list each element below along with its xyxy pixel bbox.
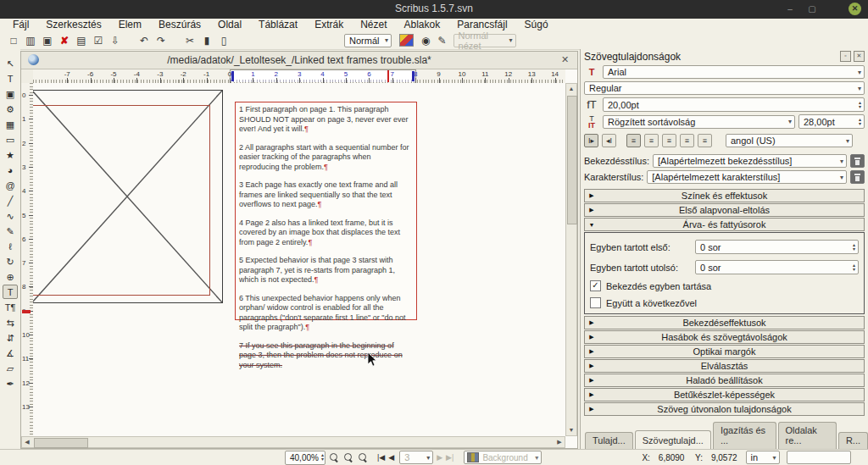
close-document-icon[interactable]: ✘ bbox=[56, 33, 73, 48]
current-page-select[interactable]: 3 bbox=[399, 451, 433, 464]
paragraph[interactable]: 6 This unexpected behavior happens only … bbox=[239, 294, 413, 333]
scroll-up-icon[interactable]: ▲ bbox=[566, 84, 576, 94]
menu-item[interactable]: Szerkesztés bbox=[38, 19, 108, 31]
selected-text-frame[interactable]: 1 First paragraph on page 1. This paragr… bbox=[235, 102, 417, 320]
tool-insert-render-frame[interactable]: ⚙ bbox=[3, 102, 18, 116]
paste-icon[interactable]: ▯ bbox=[215, 33, 232, 48]
tool-story-editor[interactable]: T¶ bbox=[3, 300, 18, 314]
page-canvas[interactable]: 1 First paragraph on page 1. This paragr… bbox=[33, 83, 565, 436]
tool-insert-text-frame[interactable]: T bbox=[3, 71, 18, 86]
tool-eye-dropper[interactable]: ✒ bbox=[3, 376, 18, 390]
tool-insert-polygon[interactable]: ★ bbox=[3, 147, 18, 162]
previous-page-icon[interactable]: ◀ bbox=[388, 453, 394, 462]
tool-insert-line[interactable]: ╱ bbox=[3, 193, 18, 208]
close-window-icon[interactable]: ✕ bbox=[849, 3, 861, 15]
keep-together-checkbox[interactable] bbox=[590, 280, 601, 291]
zoom-level-input[interactable]: 40,00% bbox=[285, 451, 326, 465]
font-family-select[interactable]: Arial bbox=[603, 65, 865, 79]
section-header[interactable]: Elválasztás bbox=[584, 359, 865, 373]
section-header[interactable]: Betűkészlet-képességek bbox=[584, 388, 865, 401]
paragraph[interactable]: 7 If you see this paragraph in the begin… bbox=[239, 341, 413, 371]
section-header[interactable]: Szöveg útvonalon tulajdonságok bbox=[584, 402, 865, 416]
scroll-down-icon[interactable]: ▼ bbox=[566, 425, 576, 435]
document-close-icon[interactable]: ✕ bbox=[559, 54, 570, 65]
tool-zoom[interactable]: ⊕ bbox=[3, 269, 18, 284]
tool-insert-table[interactable]: ▦ bbox=[3, 117, 18, 131]
panel-close-icon[interactable]: ✕ bbox=[854, 51, 865, 62]
character-style-select[interactable]: [Alapértelmezett karakterstílus] bbox=[647, 170, 847, 184]
section-header-orphans[interactable]: Árva- és fattyúsorok bbox=[584, 218, 865, 231]
menu-item[interactable]: Elem bbox=[111, 19, 149, 31]
menu-item[interactable]: Beszúrás bbox=[151, 19, 209, 31]
maximize-icon[interactable]: ▢ bbox=[805, 3, 819, 16]
preview-mode-eye-icon[interactable]: ◉ bbox=[421, 35, 430, 47]
next-page-icon[interactable]: ▶ bbox=[437, 453, 442, 462]
paragraph[interactable]: 5 Expected behavior is that page 3 stars… bbox=[239, 256, 413, 285]
ruler-origin-box[interactable] bbox=[21, 69, 34, 84]
vertical-ruler[interactable]: 012345678910111213 bbox=[21, 83, 34, 436]
document-layout-select[interactable]: Normál bbox=[344, 34, 392, 47]
tool-edit-contents[interactable]: T bbox=[3, 285, 18, 299]
section-header[interactable]: Első alapvonal-eltolás bbox=[584, 203, 865, 217]
line-spacing-mode-select[interactable]: Rögzített sortávolság bbox=[603, 115, 795, 129]
font-size-input[interactable]: 20,00pt bbox=[603, 97, 865, 112]
tool-insert-arc[interactable]: ◕ bbox=[3, 163, 18, 177]
tool-link-text-frames[interactable]: ⇆ bbox=[3, 315, 18, 329]
save-document-icon[interactable]: ▣ bbox=[39, 33, 56, 48]
keep-first-lines-input[interactable]: 0 sor bbox=[695, 240, 859, 254]
section-header[interactable]: Haladó beállítások bbox=[584, 374, 865, 387]
menu-item[interactable]: Ablakok bbox=[397, 19, 448, 31]
menu-item[interactable]: Táblázat bbox=[251, 19, 305, 31]
tool-insert-spiral[interactable]: @ bbox=[3, 178, 18, 192]
tool-insert-image-frame[interactable]: ▣ bbox=[3, 86, 18, 101]
menu-item[interactable]: Fájl bbox=[5, 19, 36, 31]
direction-rtl-button[interactable]: ◂I bbox=[602, 134, 616, 147]
font-style-select[interactable]: Regular bbox=[584, 81, 865, 95]
color-management-icon[interactable] bbox=[399, 34, 414, 47]
panel-tab[interactable]: R... bbox=[838, 432, 868, 449]
tool-copy-item-properties[interactable]: ▱ bbox=[3, 361, 18, 375]
language-select[interactable]: angol (US) bbox=[726, 134, 853, 147]
scroll-right-icon[interactable]: ▶ bbox=[554, 437, 565, 447]
tool-insert-shape[interactable]: ▭ bbox=[3, 132, 18, 147]
panel-tab[interactable]: Tulajd... bbox=[585, 432, 633, 449]
tool-rotate-item[interactable]: ↻ bbox=[3, 254, 18, 268]
zoom-in-icon[interactable] bbox=[357, 451, 369, 463]
section-header[interactable]: Hasábok és szövegtávolságok bbox=[584, 330, 865, 344]
preflight-verifier-icon[interactable]: ☑ bbox=[90, 33, 107, 48]
align-center-button[interactable]: ≡ bbox=[644, 134, 659, 147]
tool-insert-bezier[interactable]: ∿ bbox=[3, 208, 18, 223]
menu-item[interactable]: Oldal bbox=[210, 19, 249, 31]
section-header[interactable]: Bekezdéseffektusok bbox=[584, 316, 865, 329]
layer-select[interactable]: Background bbox=[464, 451, 542, 464]
align-left-button[interactable]: ≡ bbox=[626, 134, 641, 147]
vision-preview-select[interactable]: Normál nézet bbox=[453, 34, 516, 47]
panel-float-icon[interactable]: ▫ bbox=[840, 51, 851, 62]
print-icon[interactable]: ▤ bbox=[73, 33, 90, 48]
zoom-100-icon[interactable] bbox=[342, 451, 354, 463]
section-header[interactable]: Optikai margók bbox=[584, 345, 865, 358]
paragraph[interactable]: 2 All paragraphs start with a sequential… bbox=[239, 143, 413, 173]
panel-tab[interactable]: Igazítás és ... bbox=[713, 422, 776, 449]
export-pdf-icon[interactable]: ⇩ bbox=[107, 33, 124, 48]
remove-paragraph-style-icon[interactable] bbox=[850, 154, 865, 168]
open-document-icon[interactable]: ▥ bbox=[22, 33, 39, 48]
minimize-icon[interactable]: – bbox=[783, 3, 797, 16]
paragraph-style-select[interactable]: [Alapértelmezett bekezdésstílus] bbox=[653, 154, 847, 168]
direction-ltr-button[interactable]: I▸ bbox=[584, 134, 598, 147]
paragraph[interactable]: 1 First paragraph on page 1. This paragr… bbox=[239, 105, 413, 135]
first-page-icon[interactable]: |◀ bbox=[377, 453, 385, 462]
menu-item[interactable]: Súgó bbox=[517, 19, 556, 31]
horizontal-ruler[interactable]: -7-6-5-4-3-2-101234567891011121314 bbox=[33, 69, 565, 84]
paragraph[interactable]: 4 Page 2 also has a linked text frame, b… bbox=[239, 219, 413, 248]
panel-tab[interactable]: Szövegtulajd... bbox=[635, 430, 711, 449]
document-titlebar[interactable]: /media/adatok/_Letoltesek_/Linked text f… bbox=[21, 52, 577, 69]
redo-icon[interactable]: ↷ bbox=[153, 33, 170, 48]
undo-icon[interactable]: ↶ bbox=[136, 33, 153, 48]
tool-select[interactable]: ↖ bbox=[3, 56, 18, 70]
vertical-scrollbar[interactable]: ▲ ▼ bbox=[565, 83, 577, 436]
panel-tab[interactable]: Oldalak re... bbox=[778, 422, 837, 449]
keep-last-lines-input[interactable]: 0 sor bbox=[695, 260, 859, 274]
horizontal-scrollbar[interactable]: ◀ ▶ bbox=[21, 436, 565, 448]
menu-item[interactable]: Extrák bbox=[307, 19, 351, 31]
